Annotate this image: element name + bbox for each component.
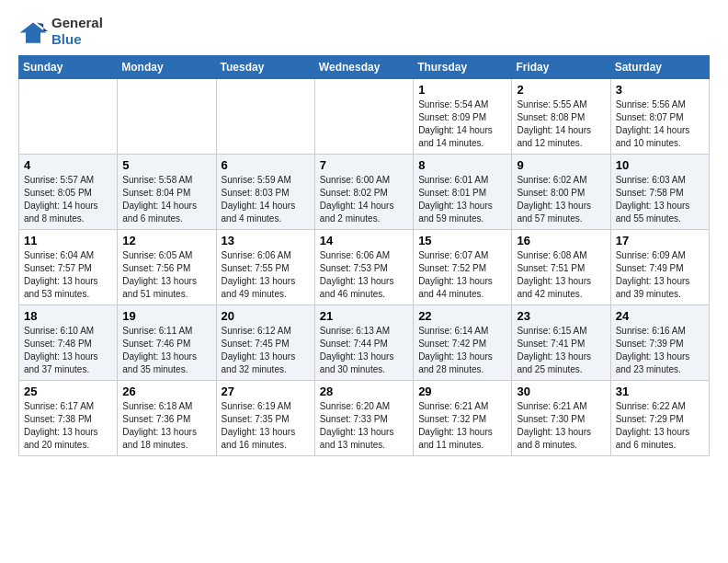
calendar-cell: 31Sunrise: 6:22 AM Sunset: 7:29 PM Dayli…: [610, 381, 709, 456]
calendar-cell: 17Sunrise: 6:09 AM Sunset: 7:49 PM Dayli…: [610, 230, 709, 305]
calendar-week-4: 18Sunrise: 6:10 AM Sunset: 7:48 PM Dayli…: [19, 305, 710, 381]
day-number: 11: [24, 234, 112, 247]
day-number: 27: [222, 385, 310, 398]
day-info: Sunrise: 6:10 AM Sunset: 7:48 PM Dayligh…: [24, 325, 112, 376]
logo-icon: [18, 17, 48, 46]
weekday-header-row: SundayMondayTuesdayWednesdayThursdayFrid…: [19, 56, 710, 79]
day-info: Sunrise: 5:54 AM Sunset: 8:09 PM Dayligh…: [418, 98, 506, 150]
day-number: 10: [616, 158, 704, 172]
day-info: Sunrise: 6:00 AM Sunset: 8:02 PM Dayligh…: [320, 174, 408, 225]
calendar-cell: 28Sunrise: 6:20 AM Sunset: 7:33 PM Dayli…: [314, 381, 413, 456]
day-number: 29: [418, 385, 506, 398]
day-info: Sunrise: 6:17 AM Sunset: 7:38 PM Dayligh…: [24, 400, 112, 452]
day-number: 4: [24, 158, 112, 172]
day-info: Sunrise: 6:06 AM Sunset: 7:53 PM Dayligh…: [320, 249, 408, 301]
day-number: 13: [222, 234, 310, 247]
calendar-cell: 15Sunrise: 6:07 AM Sunset: 7:52 PM Dayli…: [414, 230, 512, 305]
logo: General Blue: [18, 15, 103, 48]
day-info: Sunrise: 6:07 AM Sunset: 7:52 PM Dayligh…: [418, 249, 506, 301]
calendar-week-3: 11Sunrise: 6:04 AM Sunset: 7:57 PM Dayli…: [19, 230, 710, 305]
calendar-cell: 21Sunrise: 6:13 AM Sunset: 7:44 PM Dayli…: [314, 305, 413, 381]
calendar-cell: 1Sunrise: 5:54 AM Sunset: 8:09 PM Daylig…: [414, 79, 512, 155]
day-number: 2: [517, 83, 605, 97]
calendar-cell: 27Sunrise: 6:19 AM Sunset: 7:35 PM Dayli…: [216, 381, 314, 456]
calendar-cell: 16Sunrise: 6:08 AM Sunset: 7:51 PM Dayli…: [512, 230, 610, 305]
calendar-cell: 29Sunrise: 6:21 AM Sunset: 7:32 PM Dayli…: [414, 381, 512, 456]
day-number: 16: [517, 234, 605, 247]
day-info: Sunrise: 6:12 AM Sunset: 7:45 PM Dayligh…: [222, 325, 310, 376]
calendar-week-1: 1Sunrise: 5:54 AM Sunset: 8:09 PM Daylig…: [19, 79, 710, 155]
day-number: 22: [418, 309, 506, 323]
day-number: 24: [616, 309, 704, 323]
day-info: Sunrise: 6:19 AM Sunset: 7:35 PM Dayligh…: [222, 400, 310, 452]
day-number: 12: [122, 234, 210, 247]
day-info: Sunrise: 6:09 AM Sunset: 7:49 PM Dayligh…: [616, 249, 704, 301]
logo-general-text: General: [51, 15, 103, 30]
day-number: 7: [320, 158, 408, 172]
day-number: 9: [517, 158, 605, 172]
day-info: Sunrise: 6:05 AM Sunset: 7:56 PM Dayligh…: [122, 249, 210, 301]
day-info: Sunrise: 6:11 AM Sunset: 7:46 PM Dayligh…: [122, 325, 210, 376]
calendar-cell: 5Sunrise: 5:58 AM Sunset: 8:04 PM Daylig…: [118, 155, 216, 230]
calendar-cell: 4Sunrise: 5:57 AM Sunset: 8:05 PM Daylig…: [19, 155, 118, 230]
day-info: Sunrise: 5:56 AM Sunset: 8:07 PM Dayligh…: [616, 98, 704, 150]
calendar-cell: 3Sunrise: 5:56 AM Sunset: 8:07 PM Daylig…: [610, 79, 709, 155]
day-info: Sunrise: 6:21 AM Sunset: 7:30 PM Dayligh…: [517, 400, 605, 452]
day-number: 15: [418, 234, 506, 247]
weekday-header-sunday: Sunday: [19, 56, 118, 79]
day-number: 28: [320, 385, 408, 398]
weekday-header-friday: Friday: [512, 56, 610, 79]
day-number: 6: [222, 158, 310, 172]
day-number: 20: [222, 309, 310, 323]
day-info: Sunrise: 6:20 AM Sunset: 7:33 PM Dayligh…: [320, 400, 408, 452]
day-info: Sunrise: 5:58 AM Sunset: 8:04 PM Dayligh…: [122, 174, 210, 225]
day-info: Sunrise: 6:14 AM Sunset: 7:42 PM Dayligh…: [418, 325, 506, 376]
weekday-header-wednesday: Wednesday: [314, 56, 413, 79]
calendar-cell: 24Sunrise: 6:16 AM Sunset: 7:39 PM Dayli…: [610, 305, 709, 381]
day-info: Sunrise: 6:01 AM Sunset: 8:01 PM Dayligh…: [418, 174, 506, 225]
day-number: 30: [517, 385, 605, 398]
calendar-cell: 26Sunrise: 6:18 AM Sunset: 7:36 PM Dayli…: [118, 381, 216, 456]
calendar-cell: [314, 79, 413, 155]
day-info: Sunrise: 6:06 AM Sunset: 7:55 PM Dayligh…: [222, 249, 310, 301]
calendar-cell: 8Sunrise: 6:01 AM Sunset: 8:01 PM Daylig…: [414, 155, 512, 230]
calendar-cell: 9Sunrise: 6:02 AM Sunset: 8:00 PM Daylig…: [512, 155, 610, 230]
day-info: Sunrise: 6:18 AM Sunset: 7:36 PM Dayligh…: [122, 400, 210, 452]
calendar-cell: 19Sunrise: 6:11 AM Sunset: 7:46 PM Dayli…: [118, 305, 216, 381]
calendar-week-2: 4Sunrise: 5:57 AM Sunset: 8:05 PM Daylig…: [19, 155, 710, 230]
day-number: 31: [616, 385, 704, 398]
calendar-table: SundayMondayTuesdayWednesdayThursdayFrid…: [18, 55, 710, 456]
day-info: Sunrise: 6:03 AM Sunset: 7:58 PM Dayligh…: [616, 174, 704, 225]
calendar-cell: 23Sunrise: 6:15 AM Sunset: 7:41 PM Dayli…: [512, 305, 610, 381]
day-number: 23: [517, 309, 605, 323]
calendar-cell: 20Sunrise: 6:12 AM Sunset: 7:45 PM Dayli…: [216, 305, 314, 381]
day-number: 1: [418, 83, 506, 97]
day-number: 25: [24, 385, 112, 398]
calendar-cell: 13Sunrise: 6:06 AM Sunset: 7:55 PM Dayli…: [216, 230, 314, 305]
day-number: 26: [122, 385, 210, 398]
day-number: 14: [320, 234, 408, 247]
calendar-cell: 25Sunrise: 6:17 AM Sunset: 7:38 PM Dayli…: [19, 381, 118, 456]
calendar-cell: 14Sunrise: 6:06 AM Sunset: 7:53 PM Dayli…: [314, 230, 413, 305]
day-number: 5: [122, 158, 210, 172]
calendar-cell: 10Sunrise: 6:03 AM Sunset: 7:58 PM Dayli…: [610, 155, 709, 230]
day-number: 17: [616, 234, 704, 247]
calendar-cell: [118, 79, 216, 155]
day-info: Sunrise: 5:57 AM Sunset: 8:05 PM Dayligh…: [24, 174, 112, 225]
day-number: 21: [320, 309, 408, 323]
day-number: 19: [122, 309, 210, 323]
day-number: 8: [418, 158, 506, 172]
day-info: Sunrise: 6:15 AM Sunset: 7:41 PM Dayligh…: [517, 325, 605, 376]
day-info: Sunrise: 5:55 AM Sunset: 8:08 PM Dayligh…: [517, 98, 605, 150]
calendar-cell: [216, 79, 314, 155]
calendar-cell: 22Sunrise: 6:14 AM Sunset: 7:42 PM Dayli…: [414, 305, 512, 381]
calendar-cell: 30Sunrise: 6:21 AM Sunset: 7:30 PM Dayli…: [512, 381, 610, 456]
day-info: Sunrise: 6:13 AM Sunset: 7:44 PM Dayligh…: [320, 325, 408, 376]
calendar-cell: 2Sunrise: 5:55 AM Sunset: 8:08 PM Daylig…: [512, 79, 610, 155]
page-header: General Blue: [18, 15, 710, 48]
calendar-cell: 7Sunrise: 6:00 AM Sunset: 8:02 PM Daylig…: [314, 155, 413, 230]
calendar-cell: 18Sunrise: 6:10 AM Sunset: 7:48 PM Dayli…: [19, 305, 118, 381]
day-info: Sunrise: 6:16 AM Sunset: 7:39 PM Dayligh…: [616, 325, 704, 376]
weekday-header-thursday: Thursday: [414, 56, 512, 79]
day-info: Sunrise: 6:04 AM Sunset: 7:57 PM Dayligh…: [24, 249, 112, 301]
